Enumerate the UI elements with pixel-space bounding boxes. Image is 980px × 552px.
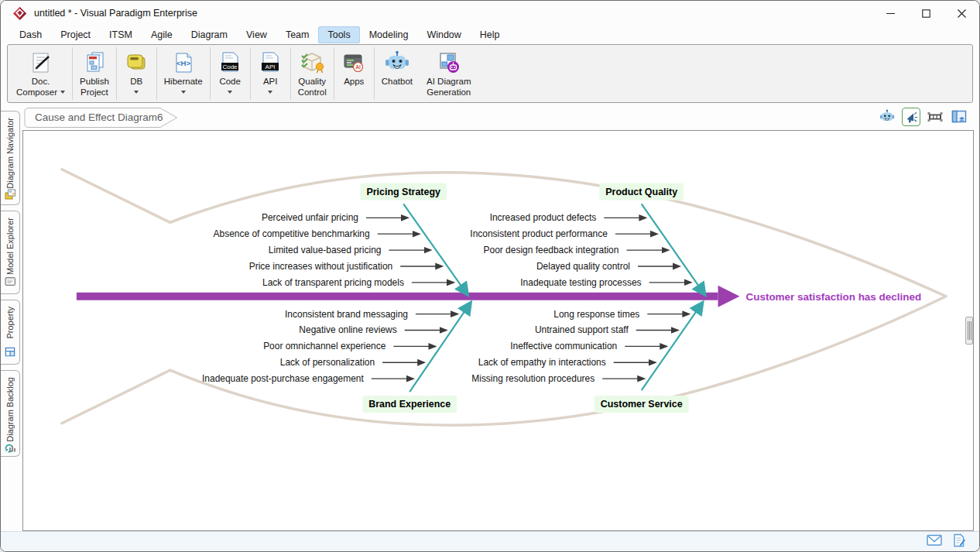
toolbar-button-label: AI DiagramGeneration	[427, 77, 471, 98]
title-bar: untitled * - Visual Paradigm Enterprise	[1, 1, 979, 26]
category-label[interactable]: Product Quality	[605, 187, 677, 197]
menu-item-itsm[interactable]: ITSM	[100, 26, 142, 43]
category-product-quality[interactable]: Increased product defectsInconsistent pr…	[470, 183, 704, 295]
toolbar-button-label: Hibernate	[164, 77, 203, 97]
visual-paradigm-logo	[13, 7, 26, 20]
svg-text:<H>: <H>	[176, 59, 190, 67]
apps-icon: AI	[341, 49, 366, 77]
cause-label[interactable]: Inadequate post-purchase engagement	[202, 373, 365, 384]
menu-item-project[interactable]: Project	[51, 26, 100, 43]
toolbar-button-chatbot[interactable]: Chatbot	[375, 47, 420, 100]
menu-item-help[interactable]: Help	[471, 26, 509, 43]
cause-label[interactable]: Delayed quality control	[536, 261, 630, 272]
sidebar-tab-diagram-navigator[interactable]: Diagram Navigator	[1, 111, 20, 205]
cause-label[interactable]: Price increases without justification	[249, 261, 393, 272]
cause-label[interactable]: Limited value-based pricing	[269, 245, 382, 255]
mail-icon[interactable]	[927, 533, 942, 550]
category-label[interactable]: Pricing Strategy	[366, 187, 440, 197]
menu-bar: DashProjectITSMAgileDiagramViewTeamTools…	[1, 26, 979, 43]
cause-label[interactable]: Perceived unfair pricing	[262, 212, 358, 223]
menu-item-team[interactable]: Team	[276, 26, 319, 43]
cause-label[interactable]: Absence of competitive benchmarking	[214, 228, 370, 239]
svg-text:API: API	[266, 63, 276, 70]
cause-label[interactable]: Lack of transparent pricing models	[262, 277, 404, 288]
publish-project-icon	[82, 49, 107, 77]
bone-line	[642, 204, 705, 294]
sidebar-tab-diagram-backlog[interactable]: Diagram Backlog	[1, 370, 20, 457]
panel-layout-icon[interactable]	[950, 108, 968, 126]
chatbot-mini-icon[interactable]	[878, 108, 896, 126]
hibernate-icon: <H>	[172, 49, 195, 77]
panel-collapse-grip[interactable]	[965, 317, 973, 345]
cause-label[interactable]: Long response times	[553, 309, 639, 320]
chevron-down-icon	[228, 91, 232, 94]
toolbar-button-label: Code	[219, 77, 241, 97]
storyboard-icon[interactable]	[926, 108, 944, 126]
cause-label[interactable]: Lack of personalization	[280, 357, 375, 368]
effect-text[interactable]: Customer satisfaction has declined	[745, 291, 921, 303]
cause-label[interactable]: Lack of empathy in interactions	[478, 357, 606, 368]
menu-item-view[interactable]: View	[237, 26, 276, 43]
toolbar-button-apps[interactable]: AIApps	[334, 47, 375, 100]
cause-label[interactable]: Missing resolution procedures	[471, 373, 595, 384]
cause-label[interactable]: Negative online reviews	[299, 325, 396, 336]
left-sidebar: Diagram NavigatorModel ExplorerPropertyD…	[1, 109, 22, 531]
model-explorer-icon	[5, 276, 16, 290]
diagram-tab-bar: Cause and Effect Diagram6	[22, 105, 973, 129]
maximize-button[interactable]	[908, 1, 944, 26]
presentation-icon[interactable]	[902, 108, 920, 126]
menu-item-window[interactable]: Window	[417, 26, 470, 43]
menu-item-dash[interactable]: Dash	[10, 26, 51, 43]
cause-label[interactable]: Poor design feedback integration	[484, 245, 619, 255]
category-customer-service[interactable]: Long response timesUntrained support sta…	[471, 303, 702, 413]
toolbar-button-label: API	[263, 77, 278, 97]
toolbar-button-db[interactable]: DB	[117, 47, 157, 100]
toolbar-button-label: Chatbot	[382, 77, 413, 87]
toolbar-button-ai-diagram-generation[interactable]: AI DiagramGeneration	[420, 47, 478, 100]
quality-control-icon	[299, 49, 325, 77]
cause-label[interactable]: Increased product defects	[490, 212, 597, 223]
toolbar-button-label: Apps	[344, 77, 364, 87]
doc-edit-icon[interactable]	[953, 533, 965, 550]
sidebar-tab-model-explorer[interactable]: Model Explorer	[1, 211, 20, 294]
cause-label[interactable]: Untrained support staff	[535, 325, 629, 336]
tab-label: Cause and Effect Diagram6	[35, 108, 163, 128]
toolbar: Doc.ComposerPublishProjectDB<H>Hibernate…	[7, 44, 973, 103]
doc-composer-icon	[29, 49, 53, 77]
cause-label[interactable]: Inconsistent product performance	[470, 228, 608, 239]
close-button[interactable]	[944, 1, 979, 26]
menu-item-modeling[interactable]: Modeling	[360, 26, 418, 43]
svg-text:Code: Code	[223, 63, 238, 70]
code-icon: Code	[218, 49, 242, 77]
cause-label[interactable]: Ineffective communication	[510, 341, 617, 351]
toolbar-button-doc-composer[interactable]: Doc.Composer	[9, 47, 73, 100]
sidebar-tab-label: Model Explorer	[5, 218, 15, 275]
toolbar-button-quality-control[interactable]: QualityControl	[291, 47, 334, 100]
tab-cause-and-effect-diagram[interactable]: Cause and Effect Diagram6	[24, 108, 179, 128]
menu-item-diagram[interactable]: Diagram	[182, 26, 237, 43]
menu-item-tools[interactable]: Tools	[318, 26, 359, 43]
category-pricing-strategy[interactable]: Perceived unfair pricingAbsence of compe…	[214, 183, 468, 295]
toolbar-button-hibernate[interactable]: <H>Hibernate	[157, 47, 211, 100]
diagram-backlog-icon	[4, 442, 16, 456]
diagram-canvas[interactable]: Perceived unfair pricingAbsence of compe…	[22, 130, 974, 531]
toolbar-button-publish-project[interactable]: PublishProject	[73, 47, 117, 100]
db-icon	[125, 49, 148, 77]
sidebar-tab-property[interactable]: Property	[1, 300, 20, 365]
category-label[interactable]: Customer Service	[601, 399, 683, 410]
toolbar-button-code[interactable]: CodeCode	[211, 47, 251, 100]
cause-label[interactable]: Poor omnichannel experience	[263, 341, 386, 351]
chevron-down-icon	[134, 91, 139, 94]
fishbone-diagram: Perceived unfair pricingAbsence of compe…	[23, 131, 973, 530]
toolbar-button-api[interactable]: APIAPI	[251, 47, 291, 100]
menu-item-agile[interactable]: Agile	[142, 26, 182, 43]
window-title: untitled * - Visual Paradigm Enterprise	[34, 8, 197, 19]
category-label[interactable]: Brand Experience	[368, 399, 451, 410]
chevron-down-icon	[268, 91, 272, 94]
cause-label[interactable]: Inadequate testing processes	[520, 277, 641, 288]
chatbot-icon	[383, 49, 411, 77]
minimize-button[interactable]	[872, 1, 908, 26]
cause-label[interactable]: Inconsistent brand messaging	[285, 309, 408, 320]
diagram-navigator-icon	[5, 189, 16, 203]
spine[interactable]	[77, 286, 740, 307]
